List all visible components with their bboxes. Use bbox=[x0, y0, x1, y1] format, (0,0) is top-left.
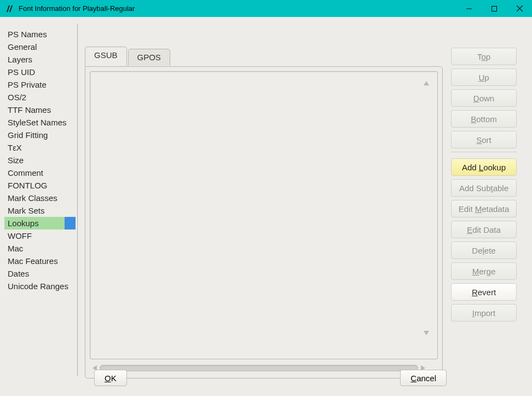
cancel-button[interactable]: Cancel bbox=[400, 370, 447, 386]
sort-button[interactable]: Sort bbox=[451, 131, 517, 148]
scroll-down-icon[interactable] bbox=[423, 329, 430, 337]
edit-data-button[interactable]: Edit Data bbox=[451, 221, 517, 238]
revert-button[interactable]: Revert bbox=[451, 283, 517, 301]
sidebar-item-mark-sets[interactable]: Mark Sets bbox=[4, 204, 76, 217]
sidebar-item-mac-features[interactable]: Mac Features bbox=[4, 255, 76, 267]
client-area: PS Names General Layers PS UID PS Privat… bbox=[0, 17, 532, 396]
minimize-button[interactable] bbox=[456, 0, 482, 17]
sidebar-item-mark-classes[interactable]: Mark Classes bbox=[4, 192, 76, 204]
tab-strip: GSUB GPOS bbox=[85, 47, 443, 66]
button-separator bbox=[451, 152, 517, 153]
window-title: Font Information for Playball-Regular bbox=[19, 4, 135, 13]
close-button[interactable] bbox=[507, 0, 532, 17]
sidebar-item-lookups[interactable]: Lookups bbox=[4, 217, 76, 229]
sidebar-item-general[interactable]: General bbox=[4, 41, 76, 53]
sidebar-item-size[interactable]: Size bbox=[4, 154, 76, 167]
sidebar-item-comment[interactable]: Comment bbox=[4, 167, 76, 179]
sidebar-item-fontlog[interactable]: FONTLOG bbox=[4, 179, 76, 192]
edit-metadata-button[interactable]: Edit Metadata bbox=[451, 200, 517, 217]
tab-panel bbox=[85, 66, 443, 378]
footer-buttons: OK Cancel bbox=[0, 370, 532, 387]
sidebar-item-grid-fitting[interactable]: Grid Fitting bbox=[4, 129, 76, 141]
sidebar-item-mac[interactable]: Mac bbox=[4, 242, 76, 255]
sidebar-item-tex[interactable]: TεX bbox=[4, 141, 76, 154]
action-buttons: Top Up Down Bottom Sort Add Lookup Add S… bbox=[451, 48, 519, 325]
scroll-up-icon[interactable] bbox=[423, 79, 430, 87]
title-bar: Font Information for Playball-Regular bbox=[0, 0, 532, 17]
sidebar-item-unicode-ranges[interactable]: Unicode Ranges bbox=[4, 280, 76, 292]
sidebar: PS Names General Layers PS UID PS Privat… bbox=[4, 28, 76, 292]
lookup-list[interactable] bbox=[90, 71, 438, 359]
delete-button[interactable]: Delete bbox=[451, 242, 517, 259]
sidebar-item-styleset-names[interactable]: StyleSet Names bbox=[4, 116, 76, 129]
maximize-button[interactable] bbox=[482, 0, 507, 17]
up-button[interactable]: Up bbox=[451, 68, 517, 86]
sidebar-item-ps-names[interactable]: PS Names bbox=[4, 28, 76, 41]
import-button[interactable]: Import bbox=[451, 304, 517, 322]
sidebar-item-ps-private[interactable]: PS Private bbox=[4, 78, 76, 91]
sidebar-item-os2[interactable]: OS/2 bbox=[4, 91, 76, 104]
down-button[interactable]: Down bbox=[451, 89, 517, 107]
fontforge-icon bbox=[5, 4, 14, 13]
svg-marker-4 bbox=[424, 81, 429, 85]
tab-area: GSUB GPOS bbox=[85, 47, 443, 377]
top-button[interactable]: Top bbox=[451, 48, 517, 65]
sidebar-item-ps-uid[interactable]: PS UID bbox=[4, 66, 76, 78]
tab-gpos[interactable]: GPOS bbox=[128, 49, 170, 66]
ok-button[interactable]: OK bbox=[94, 370, 127, 386]
sidebar-item-dates[interactable]: Dates bbox=[4, 267, 76, 280]
sidebar-separator bbox=[77, 24, 78, 376]
bottom-button[interactable]: Bottom bbox=[451, 110, 517, 128]
svg-marker-5 bbox=[424, 331, 429, 335]
sidebar-item-ttf-names[interactable]: TTF Names bbox=[4, 104, 76, 116]
add-subtable-button[interactable]: Add Subtable bbox=[451, 179, 517, 197]
vertical-scrollbar[interactable] bbox=[422, 79, 431, 337]
svg-rect-1 bbox=[492, 6, 497, 11]
tab-gsub[interactable]: GSUB bbox=[85, 47, 127, 66]
sidebar-item-woff[interactable]: WOFF bbox=[4, 229, 76, 242]
add-lookup-button[interactable]: Add Lookup bbox=[451, 158, 517, 176]
sidebar-item-layers[interactable]: Layers bbox=[4, 53, 76, 66]
merge-button[interactable]: Merge bbox=[451, 262, 517, 280]
